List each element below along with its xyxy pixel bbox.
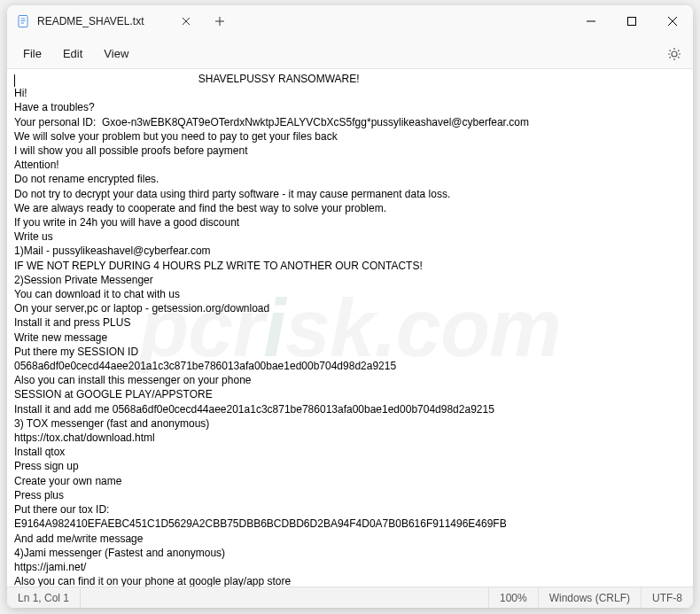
tab-title: README_SHAVEL.txt bbox=[37, 15, 175, 27]
minimize-button[interactable] bbox=[571, 5, 611, 37]
svg-rect-4 bbox=[628, 18, 636, 26]
close-icon bbox=[182, 17, 191, 26]
close-window-button[interactable] bbox=[652, 5, 693, 37]
menu-edit[interactable]: Edit bbox=[52, 43, 93, 64]
settings-button[interactable] bbox=[661, 41, 688, 67]
menu-view[interactable]: View bbox=[93, 43, 139, 64]
file-tab[interactable]: README_SHAVEL.txt bbox=[7, 5, 204, 37]
status-position[interactable]: Ln 1, Col 1 bbox=[7, 587, 81, 608]
close-icon bbox=[668, 17, 677, 26]
gear-icon bbox=[667, 47, 681, 61]
titlebar: README_SHAVEL.txt bbox=[7, 5, 693, 39]
minimize-icon bbox=[587, 17, 595, 26]
maximize-icon bbox=[627, 17, 636, 26]
close-tab-button[interactable] bbox=[175, 11, 197, 32]
window-controls bbox=[571, 5, 693, 37]
notepad-icon bbox=[16, 14, 30, 28]
plus-icon bbox=[214, 16, 225, 27]
maximize-button[interactable] bbox=[611, 5, 652, 37]
document-text: SHAVELPUSSY RANSOMWARE! Hi! Have a troub… bbox=[14, 73, 689, 587]
menubar: File Edit View bbox=[7, 39, 693, 69]
statusbar: Ln 1, Col 1 100% Windows (CRLF) UTF-8 bbox=[7, 587, 693, 608]
status-line-ending[interactable]: Windows (CRLF) bbox=[538, 587, 641, 608]
status-zoom[interactable]: 100% bbox=[488, 587, 538, 608]
editor-content[interactable]: pcrisk.com SHAVELPUSSY RANSOMWARE! Hi! H… bbox=[7, 69, 693, 587]
notepad-window: README_SHAVEL.txt File Edit View bbox=[7, 5, 693, 608]
add-tab-button[interactable] bbox=[204, 5, 236, 37]
menu-file[interactable]: File bbox=[12, 43, 52, 64]
status-encoding[interactable]: UTF-8 bbox=[641, 587, 693, 608]
